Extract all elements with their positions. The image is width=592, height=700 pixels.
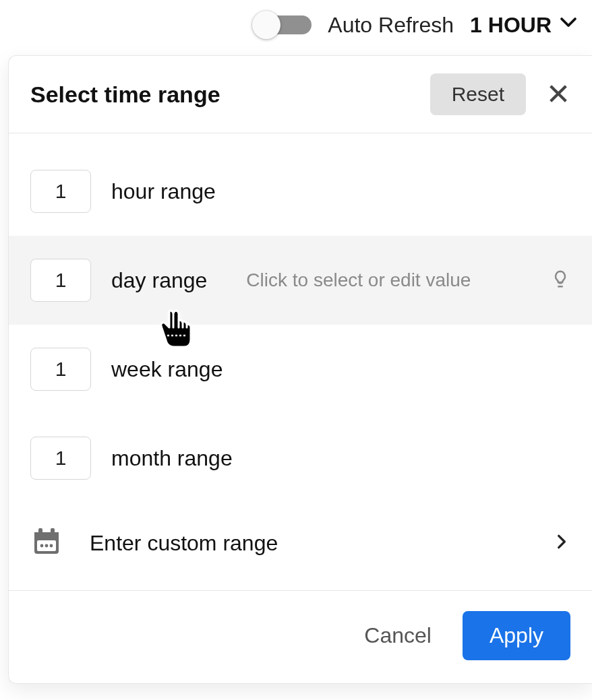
month-unit-label: month range (111, 446, 233, 471)
options-list: 1 hour range 1 day range Click to select… (9, 133, 592, 590)
apply-button[interactable]: Apply (463, 611, 570, 660)
month-range-row[interactable]: 1 month range (9, 414, 592, 503)
hint-text: Click to select or edit value (227, 269, 522, 291)
day-unit-label: day range (111, 268, 207, 293)
svg-rect-4 (34, 532, 59, 539)
panel-header: Select time range Reset (9, 56, 592, 133)
calendar-icon (30, 526, 63, 561)
dropdown-value: 1 HOUR (470, 13, 552, 38)
month-value-input[interactable]: 1 (30, 437, 91, 480)
topbar: Auto Refresh 1 HOUR (0, 0, 592, 38)
chevron-down-icon (558, 12, 579, 38)
reset-button[interactable]: Reset (430, 73, 526, 115)
auto-refresh-label: Auto Refresh (328, 13, 454, 38)
hour-value-input[interactable]: 1 (30, 170, 91, 213)
custom-range-row[interactable]: Enter custom range (9, 503, 592, 590)
hour-range-row[interactable]: 1 hour range (9, 147, 592, 236)
close-icon (547, 82, 570, 107)
panel-footer: Cancel Apply (9, 590, 592, 683)
toggle-thumb (252, 11, 280, 39)
panel-title: Select time range (30, 82, 430, 108)
custom-range-label: Enter custom range (90, 531, 526, 556)
week-value-input[interactable]: 1 (30, 348, 91, 391)
svg-rect-6 (51, 528, 55, 535)
hour-unit-label: hour range (111, 179, 216, 204)
auto-refresh-toggle[interactable] (252, 13, 312, 37)
week-unit-label: week range (111, 357, 223, 382)
bulb-icon (550, 269, 570, 292)
svg-rect-5 (38, 528, 42, 535)
chevron-right-icon (553, 533, 570, 553)
close-button[interactable] (543, 79, 573, 109)
time-range-dropdown[interactable]: 1 HOUR (470, 12, 579, 38)
day-range-row[interactable]: 1 day range Click to select or edit valu… (9, 236, 592, 325)
svg-point-9 (45, 544, 49, 548)
day-value-input[interactable]: 1 (30, 259, 91, 302)
time-range-panel: Select time range Reset 1 hour range 1 d… (8, 55, 592, 684)
svg-point-10 (50, 544, 53, 548)
cancel-button[interactable]: Cancel (360, 623, 436, 649)
week-range-row[interactable]: 1 week range (9, 325, 592, 414)
svg-point-8 (40, 544, 44, 548)
